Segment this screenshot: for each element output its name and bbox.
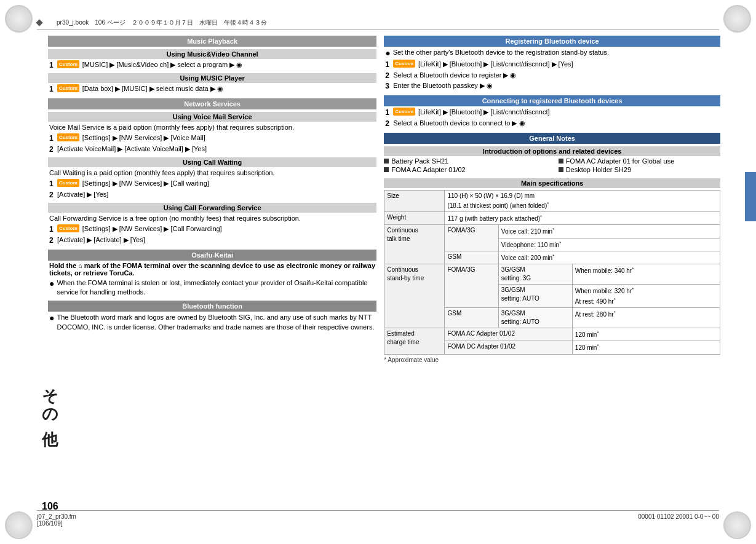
right-column: Registering Bluetooth device ● Set the o… bbox=[384, 36, 720, 512]
top-meta: pr30_j.book 106 ページ ２００９年１０月７日 水曜日 午後４時４… bbox=[37, 18, 719, 30]
custom-badge-r1: Custom bbox=[393, 60, 415, 68]
music-player-header: Using MUSIC Player bbox=[48, 73, 376, 83]
registering-section: Registering Bluetooth device ● Set the o… bbox=[384, 36, 720, 92]
custom-badge-4: Custom bbox=[57, 179, 79, 187]
voice-mail-desc: Voice Mail Service is a paid option (mon… bbox=[49, 123, 375, 132]
corner-decoration-br bbox=[723, 511, 751, 539]
call-waiting-desc-text: Call Waiting is a paid option (monthly f… bbox=[49, 168, 274, 178]
connecting-step2: 2 Select a Bluetooth device to connect t… bbox=[385, 119, 719, 129]
sq-bullet-1 bbox=[384, 159, 389, 164]
diamond-icon bbox=[36, 19, 42, 26]
at-rest-280-value: At rest: 280 hr* bbox=[572, 308, 720, 328]
foma3g-label: FOMA/3G bbox=[445, 225, 498, 251]
osaifu-bullet-text: When the FOMA terminal is stolen or lost… bbox=[57, 278, 375, 298]
call-waiting-content: Call Waiting is a paid option (monthly f… bbox=[48, 168, 376, 200]
corner-decoration-tl bbox=[5, 5, 33, 33]
3g-gsm-3g-label: 3G/GSMsetting: 3G bbox=[498, 264, 572, 285]
intro-item-2: FOMA AC Adapter 01/02 bbox=[384, 166, 546, 173]
music-video-content: 1 Custom [MUSIC] ▶ [Music&Video ch] ▶ se… bbox=[48, 60, 376, 71]
intro-col-1: Battery Pack SH21 FOMA AC Adapter 01/02 bbox=[384, 157, 546, 175]
registering-content: ● Set the other party's Bluetooth device… bbox=[384, 48, 720, 92]
voice-mail-step1: 1 Custom [Settings] ▶ [NW Services] ▶ [V… bbox=[49, 133, 375, 144]
blue-sidebar-tab bbox=[745, 172, 756, 221]
corner-decoration-tr bbox=[723, 5, 751, 33]
osaifu-bullet: ● When the FOMA terminal is stolen or lo… bbox=[49, 278, 375, 298]
voice-mail-step1-text: [Settings] ▶ [NW Services] ▶ [Voice Mail… bbox=[82, 133, 205, 143]
intro-item-2-text: FOMA AC Adapter 01/02 bbox=[391, 166, 465, 173]
gsm-standby-label: GSM bbox=[445, 308, 498, 328]
connecting-header: Connecting to registered Bluetooth devic… bbox=[384, 95, 720, 106]
custom-badge-2: Custom bbox=[57, 84, 79, 92]
call-forwarding-desc-text: Call Forwarding Service is a free option… bbox=[49, 214, 301, 223]
table-row: Continuousstand-by time FOMA/3G 3G/GSMse… bbox=[384, 264, 720, 285]
music-video-channel-header: Using Music&Video Channel bbox=[48, 49, 376, 59]
voice-mail-header: Using Voice Mail Service bbox=[48, 112, 376, 122]
when-mobile-340-value: When mobile: 340 hr* bbox=[572, 264, 720, 285]
osaifu-header: Osaifu-Keitai bbox=[48, 250, 376, 261]
bluetooth-header: Bluetooth function bbox=[48, 301, 376, 312]
intro-section: Introduction of options and related devi… bbox=[384, 146, 720, 175]
corner-decoration-bl bbox=[5, 511, 33, 539]
page: pr30_j.book 106 ページ ２００９年１０月７日 水曜日 午後４時４… bbox=[0, 0, 756, 544]
sq-bullet-4 bbox=[559, 167, 563, 172]
call-waiting-step2-text: [Activate] ▶ [Yes] bbox=[57, 190, 108, 199]
custom-badge-5: Custom bbox=[57, 224, 79, 232]
table-row: Weight 117 g (with battery pack attached… bbox=[384, 212, 720, 225]
table-row: Estimatedcharge time FOMA AC Adapter 01/… bbox=[384, 328, 720, 341]
intro-item-4-text: Desktop Holder SH29 bbox=[566, 166, 631, 173]
foma3g-standby-label: FOMA/3G bbox=[445, 264, 498, 308]
foma-dc-value: 120 min* bbox=[572, 341, 720, 354]
bottom-left-text: j07_2_pr30.fm[106/109] bbox=[37, 513, 76, 527]
call-waiting-step2: 2 [Activate] ▶ [Yes] bbox=[49, 190, 375, 200]
connecting-step2-text: Select a Bluetooth device to connect to … bbox=[393, 119, 525, 128]
bluetooth-content: ● The Bluetooth word mark and logos are … bbox=[48, 313, 376, 332]
call-waiting-header: Using Call Waiting bbox=[48, 157, 376, 167]
main-specs-header: Main specifications bbox=[384, 178, 720, 188]
music-video-step1: 1 Custom [MUSIC] ▶ [Music&Video ch] ▶ se… bbox=[49, 60, 375, 71]
intro-col-2: FOMA AC Adapter 01 for Global use Deskto… bbox=[559, 157, 720, 175]
registering-step3-text: Enter the Bluetooth passkey ▶ ◉ bbox=[393, 81, 493, 90]
gsm-voice-value: Voice call: 200 min* bbox=[498, 251, 720, 264]
weight-value: 117 g (with battery pack attached)* bbox=[445, 212, 720, 225]
intro-item-1-text: Battery Pack SH21 bbox=[391, 157, 448, 165]
bluetooth-bullet-text: The Bluetooth word mark and logos are ow… bbox=[57, 313, 375, 332]
foma-ac-value: 120 min* bbox=[572, 328, 720, 341]
gsm-label: GSM bbox=[445, 251, 498, 264]
music-playback-header: Music Playback bbox=[48, 36, 376, 47]
call-forwarding-step2-text: [Activate] ▶ [Activate] ▶ [Yes] bbox=[57, 235, 145, 245]
call-forwarding-step2: 2 [Activate] ▶ [Activate] ▶ [Yes] bbox=[49, 235, 375, 246]
osaifu-desc: Hold the ⌂ mark of the FOMA terminal ove… bbox=[49, 262, 375, 277]
foma-dc-label: FOMA DC Adapter 01/02 bbox=[445, 341, 572, 354]
charge-time-label: Estimatedcharge time bbox=[384, 328, 445, 355]
music-player-content: 1 Custom [Data box] ▶ [MUSIC] ▶ select m… bbox=[48, 84, 376, 95]
call-forwarding-content: Call Forwarding Service is a free option… bbox=[48, 214, 376, 246]
approx-note: * Approximate value bbox=[384, 357, 720, 363]
intro-item-3: FOMA AC Adapter 01 for Global use bbox=[559, 157, 720, 165]
custom-badge-c1: Custom bbox=[393, 108, 415, 116]
intro-items: Battery Pack SH21 FOMA AC Adapter 01/02 … bbox=[384, 157, 720, 175]
call-forwarding-header: Using Call Forwarding Service bbox=[48, 203, 376, 213]
intro-item-4: Desktop Holder SH29 bbox=[559, 166, 720, 173]
call-waiting-step1: 1 Custom [Settings] ▶ [NW Services] ▶ [C… bbox=[49, 179, 375, 189]
registering-step1-text: [LifeKit] ▶ [Bluetooth] ▶ [List/cnnct/di… bbox=[418, 60, 573, 69]
3g-gsm-auto-label: 3G/GSMsetting: AUTO bbox=[498, 285, 572, 308]
registering-step3: 3 Enter the Bluetooth passkey ▶ ◉ bbox=[385, 81, 719, 92]
network-services-header: Network Services bbox=[48, 98, 376, 109]
bluetooth-bullet: ● The Bluetooth word mark and logos are … bbox=[49, 313, 375, 332]
sq-bullet-2 bbox=[384, 167, 389, 172]
voice-call-value: Voice call: 210 min* bbox=[498, 225, 720, 238]
sq-bullet-3 bbox=[559, 159, 563, 164]
connecting-step1-text: [LifeKit] ▶ [Bluetooth] ▶ [List/cnnct/di… bbox=[418, 108, 550, 117]
voice-mail-step2: 2 [Activate VoiceMail] ▶ [Activate Voice… bbox=[49, 144, 375, 155]
registering-header: Registering Bluetooth device bbox=[384, 36, 720, 47]
music-player-step1-text: [Data box] ▶ [MUSIC] ▶ select music data… bbox=[82, 84, 223, 93]
intro-item-1: Battery Pack SH21 bbox=[384, 157, 546, 165]
registering-step2-text: Select a Bluetooth device to register ▶ … bbox=[393, 71, 516, 80]
weight-label: Weight bbox=[384, 212, 445, 225]
call-forwarding-step1-text: [Settings] ▶ [NW Services] ▶ [Call Forwa… bbox=[82, 224, 222, 234]
when-mobile-320-value: When mobile: 320 hr*At rest: 490 hr* bbox=[572, 285, 720, 308]
registering-bullet: ● Set the other party's Bluetooth device… bbox=[385, 48, 719, 58]
custom-badge-1: Custom bbox=[57, 60, 79, 68]
music-player-step1: 1 Custom [Data box] ▶ [MUSIC] ▶ select m… bbox=[49, 84, 375, 95]
music-video-step1-text: [MUSIC] ▶ [Music&Video ch] ▶ select a pr… bbox=[82, 60, 243, 69]
